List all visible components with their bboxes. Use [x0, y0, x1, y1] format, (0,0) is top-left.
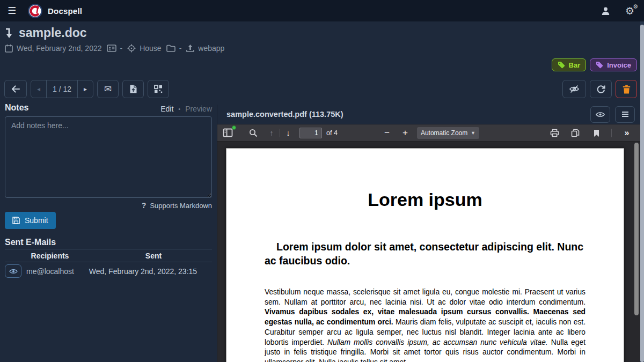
notes-input[interactable] [5, 116, 212, 198]
eye-slash-icon [569, 85, 580, 93]
item-source: webapp [186, 44, 224, 53]
pdf-paragraph: Vestibulum neque massa, scelerisque sit … [265, 287, 586, 362]
toolbar-separator [280, 129, 280, 137]
notes-tab-preview[interactable]: Preview [185, 105, 212, 113]
toolbar-separator [611, 129, 612, 137]
folder-icon [166, 45, 175, 52]
pdf-bookmark-button[interactable] [589, 126, 603, 140]
qr-code-button[interactable] [148, 80, 169, 98]
prev-item-button[interactable]: ◂ [31, 80, 46, 98]
mail-recipients: me@localhost [26, 267, 74, 276]
divider [5, 249, 212, 249]
printer-icon [550, 129, 559, 137]
pdf-zoom-out-button[interactable]: − [380, 128, 394, 138]
attachment-menu-button[interactable] [615, 106, 635, 123]
arrow-turn-down-icon [5, 27, 13, 39]
pdf-sidebar-toggle-button[interactable] [221, 126, 235, 140]
pdf-print-button[interactable] [547, 126, 561, 140]
reprocess-button[interactable] [590, 80, 612, 98]
download-icon [571, 129, 580, 137]
pdf-viewport[interactable]: Lorem ipsum Lorem ipsum dolor sit amet, … [217, 142, 640, 362]
app-name: Docspell [48, 6, 82, 16]
sent-emails-heading: Sent E-Mails [5, 238, 56, 247]
app-logo[interactable]: Docspell [28, 4, 82, 18]
item-title: sample.doc [19, 26, 87, 40]
refresh-icon [596, 85, 605, 94]
item-concerning: - [107, 44, 123, 53]
mail-sent-time: Wed, February 2nd, 2022, 23:15 [74, 267, 212, 276]
divider [5, 262, 212, 262]
envelope-icon: ✉ [104, 84, 112, 95]
item-folder: - [166, 44, 182, 53]
pdf-find-button[interactable] [246, 126, 260, 140]
tag-bar[interactable]: Bar [552, 58, 587, 71]
window-scrollbar-thumb[interactable] [640, 25, 644, 362]
window-scrollbar[interactable] [640, 21, 644, 362]
col-sent: Sent [95, 252, 212, 260]
pdf-more-tools-button[interactable]: » [620, 126, 634, 140]
top-navbar: ☰ Docspell ⚙⚙ [0, 0, 644, 21]
chevron-down-icon: ▼ [471, 130, 475, 136]
send-mail-button[interactable]: ✉ [97, 80, 119, 98]
pdf-next-page-button[interactable]: ↓ [281, 126, 295, 140]
back-button[interactable] [4, 80, 27, 98]
tag-icon [596, 61, 603, 69]
pdfjs-toolbar: ↑ ↓ of 4 − + Automatic Zoom ▼ [217, 124, 640, 142]
eye-icon [9, 268, 18, 275]
item-correspondent: House [127, 44, 161, 53]
question-icon: ? [142, 201, 147, 210]
tag-list: Bar Invoice [552, 58, 637, 71]
bars-icon [621, 111, 629, 117]
view-mail-button[interactable] [5, 264, 21, 278]
tag-invoice[interactable]: Invoice [590, 58, 637, 71]
pdf-scrollbar-thumb[interactable] [634, 143, 639, 315]
file-upload-icon [129, 84, 137, 94]
attachment-view-button[interactable] [590, 106, 610, 123]
menu-toggle-icon[interactable]: ☰ [0, 5, 24, 17]
qr-grid-icon [154, 85, 163, 93]
attachment-filename: sample.converted.pdf (113.75K) [226, 110, 343, 119]
col-recipients: Recipients [5, 252, 95, 260]
sidebar-toggle-icon [223, 128, 233, 137]
pdf-page-number-input[interactable] [299, 128, 322, 138]
next-item-button[interactable]: ▸ [77, 80, 93, 98]
submit-notes-button[interactable]: Submit [5, 212, 56, 229]
pdf-page-count: of 4 [326, 129, 338, 137]
pdf-prev-page-button[interactable]: ↑ [265, 126, 279, 140]
bookmark-icon [594, 129, 599, 137]
docspell-item-detail-page: ☰ Docspell ⚙⚙ sample [0, 0, 644, 362]
item-page-indicator: 1 / 12 [46, 80, 77, 98]
pdf-zoom-select[interactable]: Automatic Zoom ▼ [417, 127, 479, 139]
item-pagination: ◂ 1 / 12 ▸ [31, 80, 93, 98]
docspell-logo-icon [28, 4, 42, 18]
pdf-page: Lorem ipsum Lorem ipsum dolor sit amet, … [226, 148, 624, 362]
crosshair-icon [127, 44, 136, 53]
attachment-preview-panel: sample.converted.pdf (113.75K) [217, 105, 640, 362]
calendar-icon [5, 44, 13, 53]
pdf-subtitle: Lorem ipsum dolor sit amet, consectetur … [265, 240, 586, 268]
add-files-button[interactable] [122, 80, 144, 98]
attachment-header: sample.converted.pdf (113.75K) [217, 105, 640, 124]
tag-icon [558, 61, 565, 69]
markdown-hint-link[interactable]: ? Supports Markdown [5, 201, 212, 210]
eye-icon [596, 111, 605, 118]
unconfirm-button[interactable] [562, 80, 586, 98]
notes-tab-separator: • [178, 106, 180, 112]
notes-tab-edit[interactable]: Edit [160, 105, 173, 113]
arrow-left-icon [11, 85, 20, 93]
delete-button[interactable] [616, 80, 637, 98]
item-date: Wed, February 2nd, 2022 [5, 44, 102, 53]
upload-icon [186, 44, 194, 53]
pdf-zoom-in-button[interactable]: + [398, 128, 412, 138]
sent-emails-table-header: Recipients Sent [5, 252, 212, 260]
user-account-icon[interactable] [601, 6, 610, 16]
id-card-icon [107, 45, 116, 52]
pdf-scrollbar[interactable] [634, 143, 639, 360]
pdf-save-button[interactable] [568, 126, 582, 140]
pdf-title: Lorem ipsum [226, 189, 624, 210]
settings-gears-icon[interactable]: ⚙⚙ [625, 6, 634, 16]
save-icon [12, 217, 20, 224]
trash-icon [623, 85, 631, 94]
sidebar-notification-dot [232, 125, 236, 130]
sent-email-row: me@localhost Wed, February 2nd, 2022, 23… [5, 264, 212, 278]
